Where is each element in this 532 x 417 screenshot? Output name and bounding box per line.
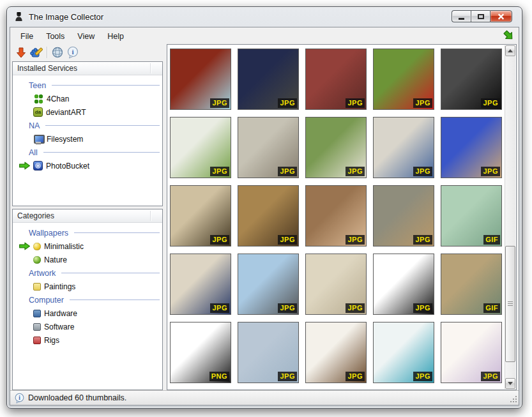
format-badge: JPG	[210, 98, 229, 108]
plugins-icon	[30, 46, 43, 59]
item-nature[interactable]: Nature	[13, 253, 162, 266]
thumbnail-portrait-sheet[interactable]: JPG	[305, 254, 367, 315]
format-badge: JPG	[413, 372, 432, 381]
menu-view[interactable]: View	[71, 30, 101, 43]
maximize-button[interactable]	[471, 10, 490, 22]
format-badge: JPG	[481, 372, 500, 381]
software-icon	[33, 323, 41, 331]
format-badge: JPG	[278, 303, 297, 313]
menu-file[interactable]: File	[14, 30, 40, 43]
thumbnail-headband-guy[interactable]: JPG	[373, 185, 434, 246]
menu-items: FileToolsViewHelp	[14, 30, 130, 42]
format-badge: PNG	[209, 372, 229, 381]
format-badge: JPG	[210, 235, 229, 245]
info-icon: i	[66, 46, 79, 59]
thumbnail-watercolor-art[interactable]: JPG	[373, 322, 434, 383]
group-label: Teen	[29, 81, 46, 90]
item-label: Minimalistic	[44, 242, 84, 251]
thumbnail-battleship-harbor[interactable]: JPG	[238, 254, 299, 315]
thumbnail-hand-silhouette[interactable]: PNG	[170, 322, 231, 383]
group-header-artwork: Artwork	[13, 266, 162, 280]
close-button[interactable]	[490, 10, 512, 22]
item-paintings[interactable]: Paintings	[13, 280, 162, 293]
group-header-teen: Teen	[13, 79, 162, 92]
manage-plugins-button[interactable]	[29, 45, 44, 59]
client-area: FileToolsViewHelp	[10, 27, 519, 406]
web-button[interactable]	[50, 45, 65, 59]
categories-header[interactable]: Categories	[13, 209, 162, 223]
thumbnail-gym-dancers[interactable]: JPG	[441, 117, 502, 178]
scrollbar-track[interactable]	[505, 56, 515, 378]
svg-text:i: i	[19, 395, 20, 401]
window-title: The Image Collector	[29, 12, 103, 22]
scrollbar-thumb[interactable]	[505, 246, 515, 361]
4chan-icon	[33, 94, 43, 104]
scrollbar-grip-icon	[508, 301, 513, 307]
scroll-up-button[interactable]	[505, 45, 515, 56]
thumbnail-car-night-lot[interactable]: JPG	[238, 49, 299, 110]
item-label: Rigs	[44, 336, 59, 345]
menu-tools[interactable]: Tools	[40, 30, 71, 43]
installed-services-header[interactable]: Installed Services	[13, 62, 162, 75]
format-badge: JPG	[481, 167, 500, 176]
thumbnail-wagon-baby-store[interactable]: JPG	[238, 117, 299, 178]
thumbnail-denim-on-door[interactable]: JPG	[170, 49, 231, 110]
scroll-down-button[interactable]	[505, 378, 515, 389]
item-rigs[interactable]: Rigs	[13, 333, 162, 347]
thumbnail-sepia-selfie[interactable]: JPG	[170, 185, 231, 246]
svg-text:i: i	[72, 48, 73, 56]
item-hardware[interactable]: Hardware	[13, 307, 162, 320]
resize-grip[interactable]	[509, 395, 517, 403]
item-minimalistic[interactable]: Minimalistic	[13, 239, 162, 253]
deviantart-icon: da	[33, 107, 43, 117]
group-label: Computer	[29, 296, 64, 305]
hardware-icon	[33, 310, 41, 317]
vertical-scrollbar[interactable]	[505, 45, 515, 389]
thumbnail-subtitled-gif[interactable]: GIF	[441, 254, 502, 315]
item-label: PhotoBucket	[46, 162, 89, 171]
thumbnail-heels-up[interactable]: JPG	[170, 254, 231, 315]
title-bar[interactable]: The Image Collector	[7, 7, 522, 26]
green-arrow-icon[interactable]	[503, 29, 515, 42]
photobucket-icon	[33, 161, 43, 171]
item-4chan[interactable]: 4Chan	[13, 92, 162, 105]
minimize-button[interactable]	[452, 10, 471, 22]
thumbnail-black-car-garage[interactable]: JPG	[441, 49, 502, 110]
status-text: Downloaded 60 thumbnails.	[28, 393, 126, 402]
item-deviantart[interactable]: dadeviantART	[13, 105, 162, 119]
app-window: The Image Collector FileToolsViewHelp	[6, 6, 522, 409]
thumbnail-man-with-fish[interactable]: JPG	[305, 117, 367, 178]
categories-header-label: Categories	[17, 211, 54, 220]
group-header-all: All	[13, 146, 162, 159]
thumbnail-green-tint-woman[interactable]: GIF	[441, 185, 502, 246]
item-label: Nature	[44, 255, 67, 264]
format-badge: JPG	[413, 167, 432, 176]
group-label: Wallpapers	[29, 229, 68, 238]
thumbnail-sky-object[interactable]: JPG	[238, 322, 299, 383]
thumbnail-stadium-seats[interactable]: JPG	[305, 49, 367, 110]
format-badge: JPG	[278, 372, 297, 381]
thumbnail-formal-couple[interactable]: JPG	[238, 185, 299, 246]
item-software[interactable]: Software	[13, 320, 162, 333]
thumbnail-hummingbird-feeder[interactable]: JPG	[373, 49, 434, 110]
categories-list: WallpapersMinimalisticNatureArtworkPaint…	[13, 223, 162, 390]
format-badge: JPG	[210, 303, 229, 313]
thumbnail-truck-hill-furu-rules[interactable]: JPG	[170, 117, 231, 178]
toolbar: i	[12, 44, 163, 61]
menu-help[interactable]: Help	[101, 30, 130, 43]
status-info-icon: i	[14, 393, 25, 404]
thumbnail-baggy-jeans[interactable]: JPG	[373, 117, 434, 178]
rigs-icon	[33, 337, 41, 344]
format-badge: JPG	[278, 235, 297, 245]
thumbnail-leather-bag-ad[interactable]: JPG	[305, 322, 367, 383]
item-filesystem[interactable]: Filesystem	[13, 132, 162, 146]
thumbnail-mom-and-boy[interactable]: JPG	[305, 185, 367, 246]
thumbnail-title-page[interactable]: JPG	[373, 254, 434, 315]
download-images-button[interactable]	[13, 45, 29, 59]
about-button[interactable]: i	[65, 45, 80, 59]
left-column: i Installed Services Teen4ChandadeviantA…	[12, 44, 163, 390]
item-photobucket[interactable]: PhotoBucket	[13, 159, 162, 172]
format-badge: JPG	[346, 303, 365, 313]
thumbnail-anime-girls[interactable]: JPG	[441, 322, 502, 383]
item-label: deviantART	[46, 108, 86, 117]
